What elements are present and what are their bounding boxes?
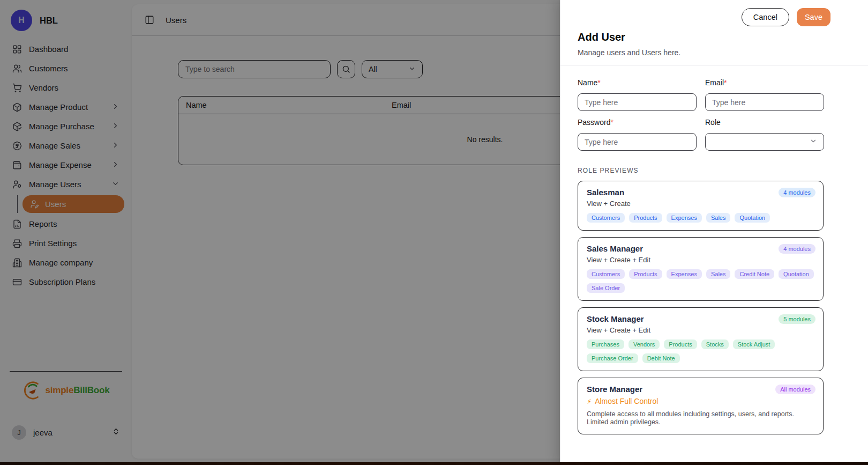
password-field[interactable]: [578, 133, 697, 151]
module-count-badge: 5 modules: [779, 314, 815, 324]
role-previews-heading: ROLE PREVIEWS: [578, 167, 824, 174]
role-card-access: View + Create: [587, 200, 814, 208]
module-tag: Sales: [706, 269, 731, 279]
module-tag: Purchase Order: [587, 353, 638, 363]
module-tags: CustomersProductsExpensesSalesQuotation: [587, 213, 814, 223]
role-card-description: Complete access to all modules including…: [587, 410, 814, 426]
role-card-stock-manager[interactable]: Stock Manager 5 modules View + Create + …: [578, 307, 824, 371]
module-tag: Quotation: [735, 213, 770, 223]
password-label: Password*: [578, 118, 697, 127]
drawer-content: Name* Email* Password* Role: [560, 65, 868, 434]
required-asterisk: *: [610, 118, 613, 127]
modal-overlay[interactable]: [0, 0, 560, 465]
module-tag: Products: [664, 339, 697, 349]
role-card-store-manager[interactable]: Store Manager All modules ⚡ Almost Full …: [578, 378, 824, 434]
module-tags: CustomersProductsExpensesSalesCredit Not…: [587, 269, 814, 293]
app-screen: H HBL Dashboard Customers Vendors Manage…: [0, 0, 868, 465]
module-tag: Stock Adjust: [733, 339, 775, 349]
name-field[interactable]: [578, 93, 697, 111]
add-user-form: Name* Email* Password* Role: [578, 78, 824, 151]
drawer-title: Add User: [578, 31, 851, 43]
role-select[interactable]: [705, 133, 824, 151]
module-count-badge: 4 modules: [779, 244, 815, 254]
module-tag: Expenses: [667, 269, 702, 279]
drawer-subtitle: Manage users and Users here.: [578, 48, 851, 57]
bottom-edge-bar: [0, 462, 868, 465]
module-tag: Customers: [587, 213, 625, 223]
role-card-access: ⚡ Almost Full Control: [587, 397, 814, 405]
email-field-group: Email*: [705, 78, 824, 111]
module-tags: PurchasesVendorsProductsStocksStock Adju…: [587, 339, 814, 363]
module-count-badge: All modules: [775, 385, 815, 394]
drawer-actions: Cancel Save: [742, 8, 830, 26]
module-tag: Customers: [587, 269, 625, 279]
add-user-drawer: Cancel Save Add User Manage users and Us…: [560, 0, 868, 465]
role-card-access: View + Create + Edit: [587, 256, 814, 264]
password-field-group: Password*: [578, 118, 697, 151]
module-count-badge: 4 modules: [779, 188, 815, 197]
email-field[interactable]: [705, 93, 824, 111]
module-tag: Products: [629, 213, 662, 223]
module-tag: Purchases: [587, 339, 624, 349]
module-tag: Products: [629, 269, 662, 279]
module-tag: Vendors: [628, 339, 660, 349]
name-label: Name*: [578, 78, 697, 87]
role-label: Role: [705, 118, 824, 127]
module-tag: Debit Note: [642, 353, 680, 363]
module-tag: Expenses: [667, 213, 702, 223]
module-tag: Stocks: [701, 339, 729, 349]
role-field-group: Role: [705, 118, 824, 151]
required-asterisk: *: [597, 78, 600, 87]
required-asterisk: *: [724, 78, 727, 87]
cancel-button[interactable]: Cancel: [742, 8, 789, 26]
module-tag: Sales: [706, 213, 731, 223]
name-field-group: Name*: [578, 78, 697, 111]
bolt-icon: ⚡: [587, 397, 592, 405]
module-tag: Quotation: [779, 269, 814, 279]
role-card-access: View + Create + Edit: [587, 326, 814, 334]
module-tag: Credit Note: [735, 269, 774, 279]
module-tag: Sale Order: [587, 283, 625, 293]
role-card-salesman[interactable]: Salesman 4 modules View + Create Custome…: [578, 181, 824, 231]
chevron-down-icon: [810, 137, 817, 147]
role-card-sales-manager[interactable]: Sales Manager 4 modules View + Create + …: [578, 237, 824, 301]
email-label: Email*: [705, 78, 824, 87]
save-button[interactable]: Save: [797, 8, 830, 26]
